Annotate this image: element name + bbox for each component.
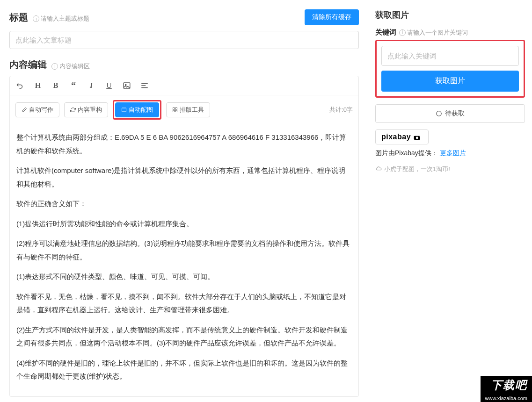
- auto-image-highlight: 自动配图: [113, 100, 161, 120]
- svg-rect-5: [122, 108, 126, 112]
- svg-point-13: [420, 136, 421, 137]
- svg-rect-8: [173, 110, 175, 112]
- info-icon: i: [33, 15, 39, 22]
- content-section-header: 内容编辑 i 内容编辑区: [9, 58, 359, 71]
- keyword-label: 关键词: [375, 28, 396, 37]
- circle-icon: [436, 110, 442, 117]
- watermark: 下载吧 www.xiazaiba.com: [481, 376, 532, 402]
- sidebar: 获取图片 关键词 i 请输入一个图片关键词 获取图片 待获取 pixabay 图…: [368, 0, 532, 402]
- editor-content[interactable]: 整个计算机系统由两部分组成：E.69DA 5 E 6 BA 9062616964…: [10, 124, 358, 396]
- italic-icon[interactable]: I: [87, 81, 96, 90]
- quote-icon[interactable]: “: [69, 81, 78, 90]
- credit-line: 图片由Pixabay提供： 更多图片: [375, 149, 525, 158]
- paragraph: 软件的正确含义如下：: [16, 197, 352, 211]
- content-hint: i 内容编辑区: [51, 62, 90, 71]
- clear-cache-button[interactable]: 清除所有缓存: [305, 9, 359, 25]
- content-label: 内容编辑: [9, 59, 47, 70]
- footer-note: 小虎子配图，一次1淘币!: [375, 165, 525, 173]
- layout-icon: [172, 107, 178, 113]
- watermark-logo: 下载吧: [481, 376, 532, 395]
- auto-image-button[interactable]: 自动配图: [115, 102, 159, 117]
- layout-tool-button[interactable]: 排版工具: [166, 102, 210, 117]
- restructure-button[interactable]: 内容重构: [64, 102, 108, 117]
- heading-icon[interactable]: H: [33, 81, 43, 90]
- auto-write-button[interactable]: 自动写作: [15, 102, 59, 117]
- svg-point-1: [125, 84, 126, 85]
- paragraph: (2)程序可以满意地处理信息的数据结构。(3)说明程序功能要求和程序需要的文档的…: [16, 237, 352, 264]
- paragraph: (4)维护不同的硬件是旧的，理论上软件是旧的，并不坏，但实际上软件也是旧的和坏的…: [16, 357, 352, 383]
- svg-point-12: [416, 137, 418, 139]
- pencil-icon: [22, 107, 27, 113]
- svg-rect-7: [175, 108, 177, 110]
- keyword-input[interactable]: [381, 46, 519, 66]
- paragraph: (1)提供运行时所需功能和性能的命令或计算机程序集合。: [16, 217, 352, 231]
- title-label: 标题: [9, 12, 28, 22]
- article-title-input[interactable]: [9, 31, 359, 49]
- paragraph: 计算机软件(computer software)是指计算机系统中除硬件以外的所有…: [16, 164, 352, 191]
- bold-icon[interactable]: B: [51, 81, 60, 90]
- pixabay-badge: pixabay: [375, 129, 429, 144]
- format-toolbar: H B “ I U: [10, 76, 358, 95]
- editor-box: H B “ I U 自动写作 内容重构: [9, 76, 359, 397]
- watermark-url: www.xiazaiba.com: [481, 395, 532, 402]
- image-icon[interactable]: [122, 81, 131, 90]
- pending-status: 待获取: [375, 104, 525, 123]
- title-hint: i 请输入主题或标题: [33, 14, 89, 23]
- more-images-link[interactable]: 更多图片: [440, 149, 466, 157]
- camera-icon: [413, 133, 423, 141]
- svg-rect-9: [175, 110, 177, 112]
- action-toolbar: 自动写作 内容重构 自动配图 排版工具 共计:0字: [10, 95, 358, 124]
- paragraph: (2)生产方式不同的软件是开发，是人类智能的高发挥，而不是传统意义上的硬件制造。…: [16, 323, 352, 350]
- svg-point-10: [437, 111, 442, 116]
- info-icon: i: [51, 63, 58, 70]
- underline-icon[interactable]: U: [104, 81, 114, 90]
- align-left-icon[interactable]: [140, 81, 149, 90]
- paragraph: 整个计算机系统由两部分组成：E.69DA 5 E 6 BA 9062616964…: [16, 131, 352, 158]
- title-section-header: 标题 i 请输入主题或标题 清除所有缓存: [9, 9, 359, 25]
- keyword-hint: i 请输入一个图片关键词: [399, 29, 468, 37]
- sidebar-title: 获取图片: [375, 9, 525, 21]
- keyword-highlight-box: 获取图片: [375, 40, 525, 98]
- undo-icon[interactable]: [15, 81, 25, 90]
- word-count: 共计:0字: [329, 106, 353, 114]
- paragraph: 软件看不见，无色，枯燥，看不见，摸不到，闻不到。软件大部分存在于人们的头脑或纸上…: [16, 290, 352, 317]
- keyword-row: 关键词 i 请输入一个图片关键词: [375, 28, 525, 37]
- paragraph: (1)表达形式不同的硬件类型、颜色、味道、可见、可摸、可闻。: [16, 270, 352, 284]
- refresh-icon: [70, 107, 76, 113]
- get-image-button[interactable]: 获取图片: [381, 71, 519, 92]
- svg-rect-6: [173, 108, 175, 110]
- cloud-icon: [375, 166, 382, 172]
- image-small-icon: [121, 107, 127, 113]
- info-icon: i: [399, 29, 406, 36]
